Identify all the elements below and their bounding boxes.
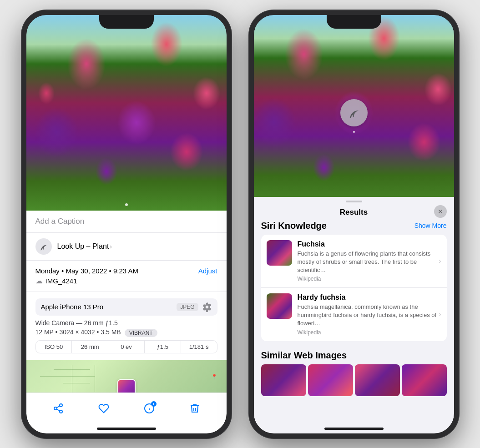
photo-date: Monday • May 30, 2022 • 9:23 AM: [35, 267, 138, 275]
siri-knowledge-title: Siri Knowledge: [261, 221, 327, 231]
right-photo-display: [254, 15, 454, 211]
map-section[interactable]: 📍: [26, 360, 227, 393]
info-button[interactable]: i: [144, 403, 155, 414]
map-thumbnail[interactable]: [117, 379, 136, 393]
exif-ev: 0 ev: [108, 341, 145, 353]
filename: IMG_4241: [45, 277, 77, 285]
caption-area[interactable]: Add a Caption: [26, 211, 227, 233]
exif-iso: ISO 50: [36, 341, 72, 353]
hardy-thumbnail: [267, 293, 292, 319]
fuchsia-source: Wikipedia: [298, 276, 441, 282]
adjust-button[interactable]: Adjust: [198, 267, 217, 275]
lookup-row[interactable]: Look Up – Plant›: [26, 233, 227, 261]
close-button[interactable]: ✕: [434, 205, 447, 218]
photo-info-section: Monday • May 30, 2022 • 9:23 AM Adjust ☁…: [26, 261, 227, 292]
caption-placeholder[interactable]: Add a Caption: [35, 217, 85, 226]
leaf-visual-icon: [348, 106, 360, 119]
exif-focal: 26 mm: [72, 341, 108, 353]
format-badge: JPEG: [177, 303, 198, 311]
page-indicator: [125, 203, 128, 206]
right-phone: Results ✕ Siri Knowledge Show More: [249, 10, 459, 438]
web-image-1[interactable]: [261, 364, 306, 396]
similar-images-section: Similar Web Images: [254, 350, 454, 400]
fuchsia-name: Fuchsia: [298, 240, 441, 248]
size-specs: 12 MP • 3024 × 4032 • 3.5 MB: [35, 328, 121, 336]
left-phone: Add a Caption Look Up – Plant›: [22, 10, 231, 438]
web-image-4[interactable]: [402, 364, 447, 396]
web-images-row: [261, 364, 447, 396]
hardy-chevron: ›: [439, 310, 441, 318]
hardy-source: Wikipedia: [298, 329, 441, 336]
home-indicator: [97, 428, 156, 430]
fuchsia-info: Fuchsia Fuchsia is a genus of flowering …: [298, 240, 441, 282]
hardy-info: Hardy fuchsia Fuchsia magellanica, commo…: [298, 293, 441, 336]
cloud-icon: ☁: [35, 277, 43, 285]
photo-display[interactable]: [26, 15, 227, 211]
lookup-text[interactable]: Look Up – Plant›: [57, 242, 112, 251]
siri-knowledge-section: Siri Knowledge Show More Fuchsia Fuchsia…: [254, 221, 454, 345]
vibrant-badge: VIBRANT: [125, 329, 157, 337]
right-phone-screen: Results ✕ Siri Knowledge Show More: [254, 15, 454, 433]
right-notch: [327, 15, 381, 29]
info-badge: i: [151, 401, 157, 407]
camera-model: Apple iPhone 13 Pro: [41, 303, 104, 311]
fuchsia-description: Fuchsia is a genus of flowering plants t…: [298, 250, 441, 275]
delete-button[interactable]: [189, 403, 200, 414]
leaf-icon: [39, 242, 48, 251]
knowledge-item-hardy[interactable]: Hardy fuchsia Fuchsia magellanica, commo…: [261, 288, 447, 341]
camera-section: Apple iPhone 13 Pro JPEG Wide Camera — 2…: [26, 292, 227, 360]
vi-dot: [353, 131, 355, 133]
left-scroll-content[interactable]: Add a Caption Look Up – Plant›: [26, 15, 227, 393]
hardy-description: Fuchsia magellanica, commonly known as t…: [298, 303, 441, 328]
sheet-header: Results ✕: [254, 202, 454, 221]
lookup-label: Look Up –: [57, 242, 91, 250]
knowledge-item-fuchsia[interactable]: Fuchsia Fuchsia is a genus of flowering …: [261, 235, 447, 288]
right-home-indicator: [324, 428, 384, 430]
show-more-button[interactable]: Show More: [414, 222, 447, 229]
results-title: Results: [340, 208, 368, 217]
left-phone-screen: Add a Caption Look Up – Plant›: [26, 15, 227, 433]
favorite-button[interactable]: [98, 403, 109, 414]
gear-icon: [202, 302, 212, 312]
fuchsia-thumbnail: [267, 240, 292, 266]
similar-images-title: Similar Web Images: [261, 350, 347, 361]
lookup-chevron: ›: [110, 243, 112, 250]
knowledge-card: Fuchsia Fuchsia is a genus of flowering …: [261, 235, 447, 341]
web-image-3[interactable]: [355, 364, 400, 396]
exif-row: ISO 50 26 mm 0 ev ƒ1.5 1/181 s: [35, 340, 217, 353]
results-sheet[interactable]: Results ✕ Siri Knowledge Show More: [254, 197, 454, 433]
lookup-subject: Plant: [90, 242, 109, 250]
share-button[interactable]: [53, 403, 64, 414]
fuchsia-chevron: ›: [439, 257, 441, 265]
exif-aperture: ƒ1.5: [145, 341, 181, 353]
exif-shutter: 1/181 s: [181, 341, 217, 353]
lens-spec: Wide Camera — 26 mm ƒ1.5: [35, 319, 217, 327]
notch: [99, 15, 154, 29]
hardy-name: Hardy fuchsia: [298, 293, 441, 302]
web-image-2[interactable]: [308, 364, 353, 396]
lookup-icon: [35, 238, 52, 255]
visual-intelligence-button[interactable]: [340, 99, 368, 126]
